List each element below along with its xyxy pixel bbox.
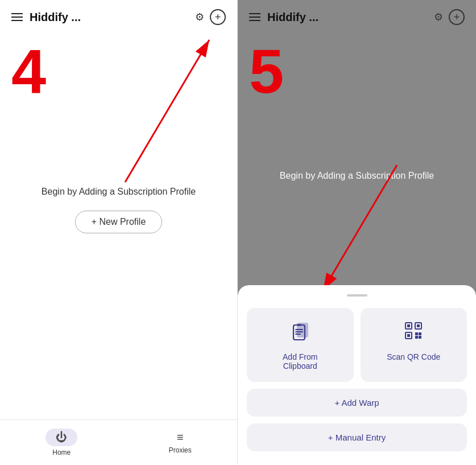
right-header: Hiddify ... ⚙ + [238,0,476,34]
bottom-sheet: Add FromClipboard [238,285,476,465]
home-icon-wrap: ⏻ [45,429,77,446]
hamburger-icon[interactable] [11,13,23,21]
home-power-icon: ⏻ [56,431,67,443]
nav-item-home[interactable]: ⏻ Home [45,429,77,456]
proxies-icon: ≡ [177,431,184,444]
qr-code-icon [402,319,425,347]
svg-rect-19 [419,336,421,339]
right-add-button[interactable]: + [449,9,465,25]
add-warp-button[interactable]: + Add Warp [247,389,467,417]
step-number-4: 4 [11,40,46,102]
subscription-text-right: Begin by Adding a Subscription Profile [238,171,476,181]
scan-qr-label: Scan QR Code [387,352,440,361]
step-number-5: 5 [249,40,284,102]
svg-rect-17 [419,332,421,335]
add-from-clipboard-card[interactable]: Add FromClipboard [247,308,354,382]
clipboard-icon [289,319,312,347]
add-profile-button[interactable]: + [210,9,226,25]
sliders-icon[interactable]: ⚙ [195,11,204,23]
svg-rect-13 [417,324,420,327]
svg-rect-16 [415,332,418,335]
svg-line-3 [323,165,397,290]
left-header: Hiddify ... ⚙ + [0,0,237,34]
left-panel: Hiddify ... ⚙ + 4 Begin by Adding a Subs… [0,0,238,465]
right-panel: Hiddify ... ⚙ + 5 Begin by Adding a Subs… [238,0,476,465]
right-header-title: Hiddify ... [267,11,427,24]
svg-rect-11 [407,324,410,327]
left-header-controls: ⚙ + [195,9,226,25]
right-hamburger-icon[interactable] [249,13,260,21]
icon-card-row: Add FromClipboard [247,308,467,382]
bottom-nav: ⏻ Home ≡ Proxies [0,419,237,465]
scan-qr-card[interactable]: Scan QR Code [361,308,467,382]
manual-entry-button[interactable]: + Manual Entry [247,423,467,451]
subscription-text-left: Begin by Adding a Subscription Profile [42,187,196,197]
home-nav-label: Home [52,448,71,456]
svg-rect-18 [415,336,418,339]
left-header-title: Hiddify ... [30,11,188,24]
svg-rect-6 [297,324,301,326]
proxies-nav-label: Proxies [169,446,192,454]
clipboard-label: Add FromClipboard [283,352,317,371]
sheet-handle [347,294,367,297]
nav-item-proxies[interactable]: ≡ Proxies [169,431,192,454]
new-profile-button[interactable]: + New Profile [75,211,163,233]
right-sliders-icon[interactable]: ⚙ [434,11,443,23]
svg-rect-15 [407,334,410,337]
right-header-controls: ⚙ + [434,9,465,25]
